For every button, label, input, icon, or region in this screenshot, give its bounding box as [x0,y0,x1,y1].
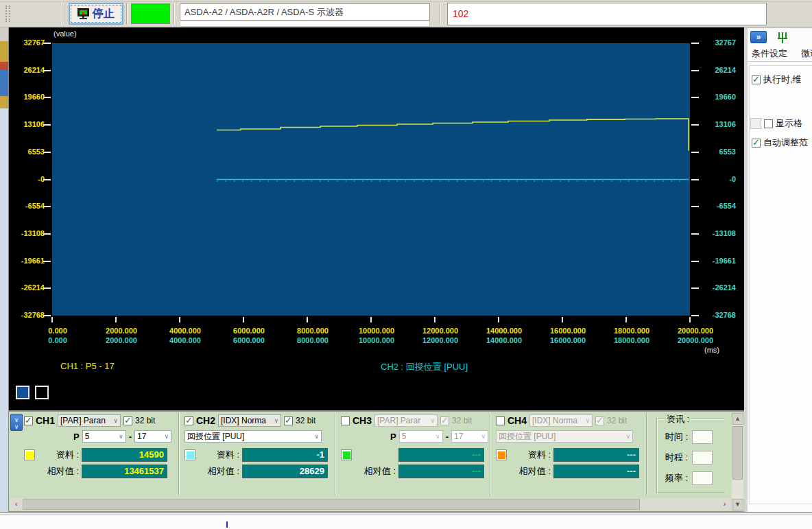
y-tick-label-left: -26214 [13,283,45,292]
checkbox-row-keep-on-run: 执行时,维 [752,73,802,86]
ch4-relative-label: 相对值 : [507,465,551,478]
toolbar: 停止 ASDA-A2 / ASDA-A2R / ASDA-S 示波器 102 [0,0,812,27]
x-tick-mark [307,317,308,322]
panel-vertical-scrollbar[interactable]: ▲ ▼ [732,413,743,510]
ch2-type-dropdown[interactable]: [IDX] Norma∨ [218,414,281,427]
panel-divider [178,413,180,495]
plot-canvas[interactable] [52,43,690,316]
value-axis-unit-label: (value) [53,30,77,38]
info-row-frequency: 频率 : [659,471,728,486]
x-tick-label-ch2: 20000.000 [668,336,723,344]
ch2-32bit-checkbox[interactable] [284,416,293,425]
info-row-time: 时间 : [659,430,728,445]
tab-fine-tune[interactable]: 微调 [801,47,812,60]
x-tick-label-ch1: 16000.000 [540,327,595,335]
x-tick-label-ch2: 2000.000 [94,336,149,344]
ch3-p-index-dropdown[interactable]: 17∨ [451,430,488,443]
duration-value-field [692,451,713,465]
ch1-relative-label: 相对值 : [35,465,79,478]
ch1-relative-value: 13461537 [82,465,167,478]
display-toggle-2[interactable] [35,386,49,399]
background-window-sliver [0,41,8,62]
x-tick-label-ch1: 18000.000 [604,327,659,335]
device-name-field[interactable]: ASDA-A2 / ASDA-A2R / ASDA-S 示波器 [180,3,430,21]
y-tick-mark [43,287,51,289]
scroll-left-arrow[interactable]: ‹ [10,498,22,510]
ch3-relative-value: --- [398,465,484,478]
y-tick-label-right: 26214 [696,66,736,74]
x-tick-label-ch1: 12000.000 [413,327,468,335]
scope-monitor-icon [77,8,89,19]
ch2-relative-label: 相对值 : [195,465,239,478]
auto-adjust-checkbox[interactable] [752,139,761,148]
ch1-type-dropdown[interactable]: [PAR] Paran∨ [58,414,121,427]
horizontal-scroll-thumb[interactable] [23,499,640,510]
toolbar-gripper[interactable] [5,5,8,22]
ch3-color-swatch[interactable] [341,449,352,460]
channel-block-ch2: CH2 [IDX] Norma∨ 32 bit 回授位置 [PUU]∨ 资料 :… [180,412,339,486]
vertical-scroll-thumb[interactable] [732,426,743,480]
y-tick-label-left: 32767 [13,38,45,47]
ch3-p-dash: - [446,432,449,442]
y-tick-label-left: -32768 [13,311,45,319]
show-grid-checkbox[interactable] [764,119,773,128]
display-toggle-1[interactable] [16,386,29,399]
disabled-option-box [750,118,761,129]
ch4-type-dropdown[interactable]: [IDX] Norma∨ [529,414,593,427]
y-tick-mark [691,179,699,180]
ch2-color-swatch[interactable] [184,449,195,460]
ch1-p-index-dropdown[interactable]: 17∨ [134,430,171,443]
ch4-color-swatch[interactable] [496,449,507,460]
pushpin-icon[interactable] [775,30,790,45]
scroll-down-arrow[interactable]: ▼ [732,499,743,510]
panel-horizontal-scrollbar[interactable]: ‹ › [10,498,730,510]
x-tick-label-ch1: 0.000 [30,327,85,335]
toolbar-separator [174,3,175,24]
y-tick-mark [691,70,699,71]
ch3-type-dropdown[interactable]: [PAR] Parar∨ [374,414,438,427]
ch1-data-label: 资料 : [38,449,79,461]
app-window: 停止 ASDA-A2 / ASDA-A2R / ASDA-S 示波器 102 (… [0,0,812,529]
y-tick-mark [43,233,51,235]
ch2-source-dropdown[interactable]: 回授位置 [PUU]∨ [184,430,322,443]
info-box: 资讯 : 时间 : 时程 : 频率 : [649,412,729,497]
y-tick-label-left: -13108 [13,229,45,237]
ch2-enable-checkbox[interactable] [184,416,193,425]
y-tick-label-left: -6554 [13,202,45,210]
info-title: 资讯 : [665,413,691,425]
scroll-right-arrow[interactable]: › [719,498,730,510]
channel-block-ch3: CH3 [PAR] Parar∨ 32 bit P 5∨ - 17∨ [337,412,495,486]
panel-expand-button[interactable]: » [750,31,767,43]
plot-region: (value) 32767327672621426214196601966013… [9,27,745,410]
y-tick-mark [691,206,699,207]
y-tick-mark [43,124,51,126]
background-window-sliver [0,62,8,70]
keep-on-run-checkbox[interactable] [752,75,761,84]
ch3-p-group-dropdown[interactable]: 5∨ [399,430,443,443]
x-tick-mark [562,317,563,322]
y-tick-label-right: -0 [696,175,736,183]
ch1-32bit-checkbox[interactable] [123,416,132,425]
ch1-color-swatch[interactable] [24,449,35,460]
ch3-enable-checkbox[interactable] [341,416,350,425]
y-tick-mark [691,152,699,153]
status-value-field[interactable]: 102 [447,3,767,25]
ch1-enable-checkbox[interactable] [24,416,33,425]
tab-condition-settings[interactable]: 条件设定 [752,47,787,60]
ch1-label: CH1 [36,415,55,426]
ch3-32bit-checkbox[interactable] [440,416,449,425]
condition-settings-panel: » 条件设定 微调 执行时,维 显示格 自动调整范 [748,27,812,519]
y-tick-label-right: -32768 [696,311,736,319]
ch1-p-group-dropdown[interactable]: 5∨ [82,430,126,443]
run-status-indicator [131,3,170,24]
ch4-32bit-label: 32 bit [607,416,627,425]
ch4-label: CH4 [508,415,527,426]
ch4-source-dropdown[interactable]: 回授位置 [PUU]∨ [496,430,633,443]
ch4-enable-checkbox[interactable] [496,416,505,425]
toolbar-gripper[interactable] [9,5,11,22]
y-tick-label-right: 13106 [696,120,736,128]
scroll-up-arrow[interactable]: ▲ [732,413,743,425]
ch4-32bit-checkbox[interactable] [595,416,604,425]
device-name-field-dropdown-edge [180,21,430,27]
stop-button[interactable]: 停止 [69,3,123,25]
